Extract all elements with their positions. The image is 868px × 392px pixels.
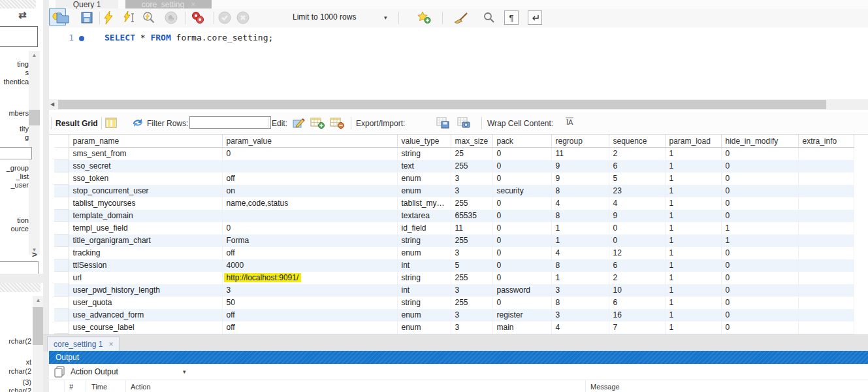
column-header[interactable]: max_size <box>451 135 492 148</box>
grid-cell[interactable]: 65535 <box>451 210 492 222</box>
grid-cell[interactable]: password <box>492 284 551 297</box>
row-selector[interactable] <box>54 185 69 197</box>
column-header[interactable]: param_load <box>665 135 721 148</box>
grid-cell[interactable]: 1 <box>665 247 721 259</box>
grid-cell[interactable]: security <box>492 185 551 197</box>
grid-cell[interactable]: off <box>222 309 397 321</box>
scroll-up-icon[interactable]: ▲ <box>33 296 44 305</box>
grid-cell[interactable]: 6 <box>609 297 665 309</box>
grid-cell[interactable]: 3 <box>451 185 492 197</box>
tree-item-fragment[interactable]: _list <box>0 172 29 180</box>
grid-cell[interactable]: enum <box>397 185 451 197</box>
chevron-right-icon[interactable]: > <box>32 250 37 259</box>
grid-cell[interactable] <box>798 222 854 235</box>
table-row[interactable]: user_pwd_history_length3int3password3101… <box>54 284 854 297</box>
grid-cell[interactable]: 0 <box>492 235 551 247</box>
grid-cell[interactable]: enum <box>397 309 451 321</box>
row-selector[interactable] <box>54 309 69 321</box>
grid-cell[interactable]: url <box>69 272 222 284</box>
beautify-script-icon[interactable] <box>453 12 469 24</box>
explain-plan-icon[interactable] <box>142 11 155 24</box>
row-selector[interactable] <box>54 210 69 222</box>
grid-cell[interactable]: title_organigram_chart <box>69 235 222 247</box>
table-row[interactable]: use_advanced_formoffenum3register31610 <box>54 309 854 321</box>
grid-cell[interactable]: 255 <box>451 197 492 210</box>
grid-cell[interactable]: id_field <box>397 222 451 235</box>
grid-cell[interactable]: 0 <box>721 172 798 185</box>
grid-cell[interactable]: 11 <box>451 222 492 235</box>
grid-cell[interactable]: 0 <box>721 160 798 172</box>
grid-cell[interactable]: tablist_my… <box>397 197 451 210</box>
edit-record-icon[interactable] <box>293 117 306 129</box>
grid-cell[interactable]: int <box>397 284 451 297</box>
panel-splitter[interactable] <box>43 0 49 392</box>
grid-cell[interactable]: textarea <box>397 210 451 222</box>
grid-cell[interactable]: http://localhost:9091/ <box>222 272 397 284</box>
grid-cell[interactable]: off <box>222 247 397 259</box>
row-selector[interactable] <box>54 148 69 160</box>
row-selector[interactable] <box>54 172 69 185</box>
grid-cell[interactable]: 1 <box>665 210 721 222</box>
grid-cell[interactable]: user_pwd_history_length <box>69 284 222 297</box>
grid-cell[interactable] <box>798 160 854 172</box>
tree-item-fragment[interactable]: ting <box>0 60 29 68</box>
grid-cell[interactable]: 1 <box>665 172 721 185</box>
grid-cell[interactable]: 1 <box>665 297 721 309</box>
grid-cell[interactable]: 5 <box>451 259 492 272</box>
grid-cell[interactable]: 3 <box>551 309 609 321</box>
column-header[interactable]: sequence <box>609 135 665 148</box>
grid-cell[interactable]: use_course_label <box>69 321 222 334</box>
grid-cell[interactable] <box>798 321 854 334</box>
grid-cell[interactable] <box>798 148 854 160</box>
grid-cell[interactable]: 1 <box>665 272 721 284</box>
column-header[interactable]: hide_in_modify <box>721 135 798 148</box>
tree-item-fragment[interactable]: s <box>0 69 29 76</box>
export-recordset-icon[interactable] <box>436 117 449 129</box>
row-selector[interactable] <box>54 321 69 334</box>
grid-cell[interactable] <box>798 197 854 210</box>
row-selector[interactable] <box>54 222 69 235</box>
sync-icon[interactable]: ⇄ <box>18 9 27 21</box>
stop-on-error-icon[interactable] <box>191 11 205 24</box>
grid-cell[interactable]: 3 <box>451 284 492 297</box>
grid-cell[interactable]: 0 <box>721 272 798 284</box>
grid-cell[interactable]: off <box>222 321 397 334</box>
table-row[interactable]: urlhttp://localhost:9091/string25501210 <box>54 272 854 284</box>
grid-cell[interactable]: Forma <box>222 235 397 247</box>
grid-cell[interactable]: 8 <box>551 297 609 309</box>
grid-cell[interactable] <box>798 309 854 321</box>
grid-cell[interactable]: 4 <box>551 197 609 210</box>
grid-cell[interactable]: 8 <box>551 259 609 272</box>
grid-cell[interactable]: 1 <box>721 222 798 235</box>
grid-cell[interactable]: templ_use_field <box>69 222 222 235</box>
grid-cell[interactable]: 0 <box>492 297 551 309</box>
save-icon[interactable] <box>81 12 93 24</box>
table-row[interactable]: template_domaintextarea6553508910 <box>54 210 854 222</box>
grid-cell[interactable]: 3 <box>551 284 609 297</box>
grid-cell[interactable]: 0 <box>492 172 551 185</box>
grid-cell[interactable]: 1 <box>551 222 609 235</box>
grid-cell[interactable]: 5 <box>609 172 665 185</box>
grid-cell[interactable]: enum <box>397 247 451 259</box>
table-row[interactable]: sms_sent_from0string25011210 <box>54 148 854 160</box>
column-header[interactable]: value_type <box>397 135 451 148</box>
grid-cell[interactable]: 8 <box>551 210 609 222</box>
grid-cell[interactable]: 0 <box>609 235 665 247</box>
table-row[interactable]: sso_tokenoffenum309510 <box>54 172 854 185</box>
tree-item-fragment[interactable]: tity <box>0 125 29 133</box>
add-row-icon[interactable] <box>310 117 325 129</box>
grid-cell[interactable] <box>798 259 854 272</box>
grid-cell[interactable]: 3 <box>222 284 397 297</box>
save-snippet-icon[interactable] <box>417 11 431 24</box>
tree-item-fragment[interactable]: tion <box>0 216 29 224</box>
grid-cell[interactable]: 12 <box>609 247 665 259</box>
grid-cell[interactable]: 3 <box>451 321 492 334</box>
column-header[interactable]: param_value <box>222 135 397 148</box>
table-row[interactable]: title_organigram_chartFormastring2550101… <box>54 235 854 247</box>
wrap-cell-content-icon[interactable]: ĪA <box>566 118 573 127</box>
grid-cell[interactable]: 0 <box>222 148 397 160</box>
execute-query-icon[interactable] <box>103 11 114 24</box>
output-view-selector[interactable]: Action Output <box>71 367 118 376</box>
limit-rows-dropdown[interactable]: Limit to 1000 rows ▾ <box>293 12 397 24</box>
grid-cell[interactable]: string <box>397 272 451 284</box>
